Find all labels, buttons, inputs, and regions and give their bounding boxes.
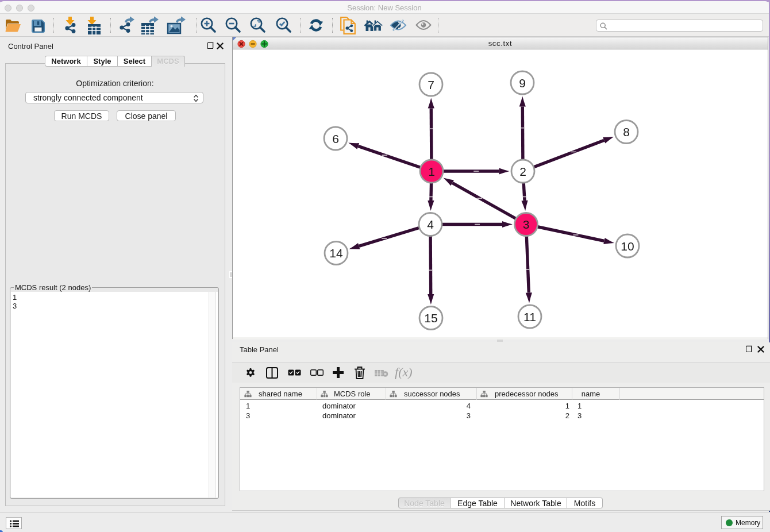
- svg-text:14: 14: [329, 246, 343, 260]
- svg-text:1: 1: [428, 165, 435, 178]
- svg-text:15: 15: [424, 311, 437, 325]
- svg-text:7: 7: [428, 78, 434, 91]
- svg-text:8: 8: [623, 125, 630, 138]
- svg-text:4: 4: [427, 218, 434, 231]
- svg-text:9: 9: [519, 76, 526, 90]
- svg-text:10: 10: [621, 240, 634, 253]
- svg-text:2: 2: [519, 165, 526, 178]
- svg-text:3: 3: [523, 218, 530, 231]
- svg-text:11: 11: [523, 310, 536, 323]
- svg-text:6: 6: [332, 132, 339, 145]
